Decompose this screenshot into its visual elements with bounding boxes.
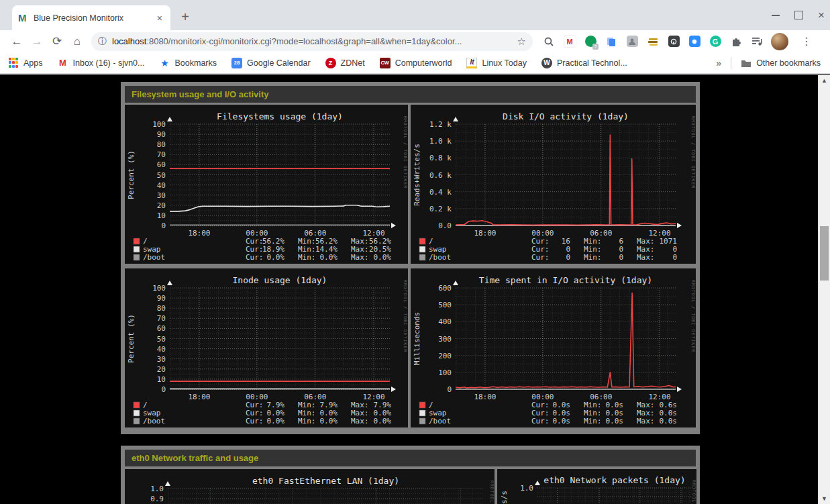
chart-disk-io-activity[interactable]: 1.2 k1.0 k0.8 k0.6 k0.4 k0.2 k0.018:0000…	[411, 105, 696, 264]
bookmark-inbox[interactable]: M Inbox (16) - sjvn0...	[58, 58, 145, 68]
svg-text:0.0s: 0.0s	[553, 417, 571, 425]
url-path: :8080/monitorix-cgi/monitorix.cgi?mode=l…	[146, 36, 462, 46]
bookmark-computerworld[interactable]: CW Computerworld	[380, 58, 452, 68]
reload-icon[interactable]: ⟳	[47, 34, 67, 48]
bookmarks-overflow-chevron[interactable]: »	[716, 58, 721, 68]
svg-text:Time spent in I/O activity (1: Time spent in I/O activity (1day)	[479, 275, 652, 285]
call-extension-icon[interactable]: ?	[584, 35, 597, 48]
svg-text:60: 60	[157, 324, 166, 333]
new-tab-button[interactable]: +	[177, 9, 193, 25]
bookmark-label: Apps	[23, 58, 43, 68]
svg-text:0.2 k: 0.2 k	[429, 205, 452, 213]
gmail-extension-icon[interactable]: M	[563, 35, 576, 48]
bookmark-linux-today[interactable]: lt Linux Today	[466, 58, 527, 68]
scrollbar[interactable]: ▲ ▼	[818, 75, 830, 504]
chart-inode-usage[interactable]: 100908070605040302010018:0000:0006:0012:…	[125, 268, 408, 427]
svg-text:80: 80	[157, 304, 166, 313]
svg-text:Cur:: Cur:	[246, 417, 264, 425]
svg-text:20: 20	[157, 365, 166, 374]
copy-pages-extension-icon[interactable]	[605, 35, 618, 48]
chart-filesystems-usage[interactable]: 100908070605040302010018:0000:0006:0012:…	[125, 105, 408, 264]
section-title-filesystem: Filesystem usage and I/O activity	[125, 86, 696, 103]
person-extension-icon[interactable]	[625, 35, 639, 48]
svg-text:0.4 k: 0.4 k	[429, 188, 452, 197]
home-icon[interactable]: ⌂	[67, 35, 87, 48]
maximize-icon[interactable]	[794, 11, 803, 19]
svg-text:Disk I/O activity (1day): Disk I/O activity (1day)	[503, 111, 629, 121]
folder-icon	[741, 58, 751, 68]
back-icon[interactable]: ←	[7, 35, 27, 48]
scrollbar-up-icon[interactable]: ▲	[819, 75, 830, 86]
svg-text:600: 600	[438, 284, 452, 293]
bookmark-label: Linux Today	[482, 58, 527, 68]
apps-grid-icon	[8, 58, 19, 68]
scrollbar-thumb[interactable]	[820, 226, 829, 281]
svg-text:0: 0	[161, 221, 166, 230]
svg-text:0.0%: 0.0%	[320, 417, 338, 425]
grammarly-extension-icon[interactable]: G	[709, 35, 722, 48]
svg-text:100: 100	[152, 120, 166, 129]
svg-text:100: 100	[438, 368, 452, 377]
chart-eth0-traffic[interactable]: 1.00.9eth0 FastEthernet LAN (1day)RRDTOO…	[125, 469, 495, 504]
bookmark-zdnet[interactable]: Z ZDNet	[325, 58, 365, 68]
minimize-icon[interactable]	[772, 15, 780, 16]
filesystem-section-table: Filesystem usage and I/O activity 100908…	[121, 82, 700, 434]
svg-text:90: 90	[157, 130, 166, 139]
svg-text:10: 10	[157, 375, 166, 384]
svg-text:Cur:: Cur:	[246, 253, 264, 262]
url-host: localhost	[112, 36, 146, 46]
section-title-network: eth0 Network traffic and usage	[125, 450, 696, 466]
bookmark-apps[interactable]: Apps	[8, 58, 43, 68]
bookmark-google-calendar[interactable]: 28 Google Calendar	[231, 58, 311, 68]
svg-text:/boot: /boot	[429, 253, 451, 262]
svg-text:70: 70	[157, 150, 166, 159]
page-info-icon[interactable]: ⓘ	[98, 36, 107, 48]
svg-text:/boot: /boot	[143, 417, 165, 425]
svg-text:100: 100	[152, 284, 166, 293]
svg-text:10: 10	[157, 211, 166, 220]
svg-text:20: 20	[157, 201, 166, 210]
address-bar[interactable]: ⓘ localhost:8080/monitorix-cgi/monitorix…	[91, 32, 533, 51]
playlist-extension-icon[interactable]	[750, 35, 764, 48]
window-close-icon[interactable]: ×	[818, 9, 825, 21]
svg-text:Cur:: Cur:	[531, 417, 550, 425]
scrollbar-down-icon[interactable]: ▼	[819, 493, 830, 504]
camera-extension-icon[interactable]	[688, 35, 701, 48]
chart-eth0-packets[interactable]: 1.0eth0 Network packets (1day)s/sRRDTOOL…	[497, 469, 696, 504]
bookmark-label: Practical Technol...	[557, 58, 627, 68]
other-bookmarks-button[interactable]: Other bookmarks	[741, 58, 821, 68]
bookmark-star-icon[interactable]: ☆	[517, 36, 526, 48]
tab-close-icon[interactable]: ×	[154, 13, 165, 23]
svg-text:0.0s: 0.0s	[606, 417, 624, 425]
svg-text:18:00: 18:00	[188, 393, 210, 401]
svg-text:RRDTOOL / TOBI OETIKER: RRDTOOL / TOBI OETIKER	[403, 116, 408, 189]
svg-text:Reads+Writes/s: Reads+Writes/s	[413, 144, 421, 206]
svg-text:Milliseconds: Milliseconds	[413, 312, 421, 365]
svg-text:0.0%: 0.0%	[374, 417, 392, 425]
search-extension-icon[interactable]	[542, 35, 556, 48]
svg-text:50: 50	[157, 171, 166, 180]
svg-text:Max:: Max:	[351, 253, 369, 262]
svg-text:Min:: Min:	[584, 417, 602, 425]
extensions-row: M ? G ⋮	[542, 33, 817, 50]
svg-text:s/s: s/s	[500, 491, 509, 504]
profile-avatar[interactable]	[771, 33, 788, 50]
chart-time-spent-io[interactable]: 600500400300200100018:0000:0006:0012:00T…	[411, 268, 696, 427]
bookmark-bookmarks[interactable]: ★ Bookmarks	[160, 58, 217, 68]
puzzle-extensions-icon[interactable]	[729, 35, 743, 48]
computerworld-icon: CW	[380, 58, 391, 68]
divider	[731, 57, 731, 69]
lock-extension-icon[interactable]	[667, 35, 680, 48]
svg-text:0: 0	[566, 253, 570, 262]
browser-menu-icon[interactable]: ⋮	[796, 35, 817, 48]
books-extension-icon[interactable]	[646, 35, 660, 48]
browser-tab[interactable]: M Blue Precision Monitorix ×	[12, 5, 170, 30]
svg-text:0: 0	[619, 253, 623, 262]
bookmark-label: Computerworld	[395, 58, 452, 68]
svg-text:/boot: /boot	[143, 253, 165, 262]
svg-text:300: 300	[438, 335, 452, 344]
linux-today-icon: lt	[466, 58, 477, 68]
svg-text:0.0%: 0.0%	[267, 417, 285, 425]
bookmark-practical-technology[interactable]: W Practical Technol...	[541, 58, 627, 68]
forward-icon[interactable]: →	[27, 35, 47, 48]
